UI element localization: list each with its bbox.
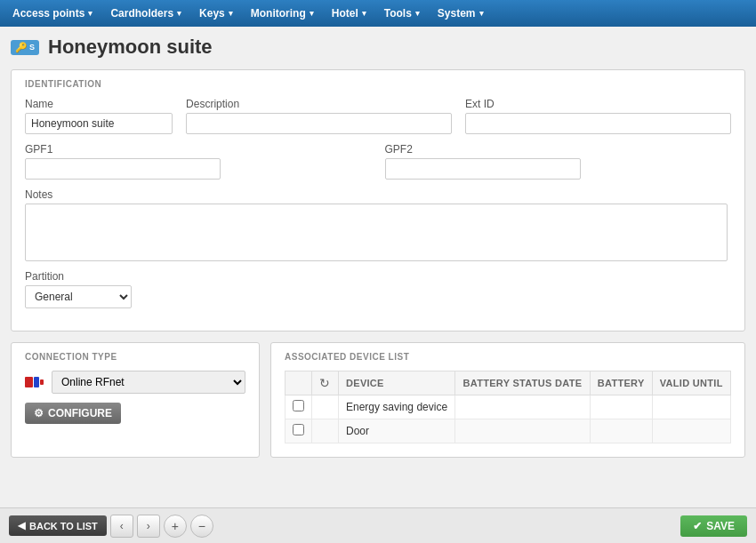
rfnet-icon <box>25 375 44 389</box>
id-row-2: GPF1 GPF2 <box>25 143 731 180</box>
partition-select[interactable]: General <box>25 285 132 308</box>
bottom-panels: CONNECTION TYPE Online RFnet ⚙ CONFIGURE <box>11 342 745 468</box>
gear-icon: ⚙ <box>34 407 44 419</box>
device-table: ↻ DEVICE BATTERY STATUS DATE BATTERY VAL… <box>285 371 731 443</box>
page-title-area: 🔑 S Honeymoon suite <box>11 36 745 59</box>
nav-system[interactable]: System ▾ <box>429 0 493 27</box>
nav-label: Hotel <box>332 7 358 20</box>
gpf1-group: GPF1 <box>25 143 372 180</box>
plus-icon: + <box>172 519 179 533</box>
name-input[interactable] <box>25 113 173 134</box>
connection-type-select[interactable]: Online RFnet <box>52 371 245 394</box>
th-valid-until: VALID UNTIL <box>652 371 730 395</box>
description-group: Description <box>186 98 452 134</box>
page-icon: 🔑 S <box>11 40 39 55</box>
save-label: SAVE <box>706 520 735 532</box>
identification-label: IDENTIFICATION <box>25 79 731 89</box>
th-battery-status-date: BATTERY STATUS DATE <box>455 371 590 395</box>
gpf1-label: GPF1 <box>25 143 372 156</box>
chevron-down-icon: ▾ <box>177 9 181 18</box>
name-label: Name <box>25 98 173 110</box>
nav-hotel[interactable]: Hotel ▾ <box>323 0 375 27</box>
partition-group: Partition General <box>25 270 132 308</box>
refresh-button[interactable]: ↻ <box>319 376 330 390</box>
prev-button[interactable]: ‹ <box>110 515 133 538</box>
chevron-down-icon: ▾ <box>479 9 484 18</box>
back-to-list-button[interactable]: ◀ BACK TO LIST <box>9 515 107 536</box>
arrow-left-icon: ◀ <box>18 520 25 531</box>
row2-valid-until <box>652 419 730 443</box>
row1-valid-until <box>652 395 730 419</box>
table-row: Energy saving device <box>286 395 731 419</box>
id-row-3: Notes <box>25 188 731 261</box>
gpf2-label: GPF2 <box>385 143 732 156</box>
extid-group: Ext ID <box>465 98 731 134</box>
row2-icon-cell <box>312 419 339 443</box>
connection-type-label: CONNECTION TYPE <box>25 352 245 362</box>
save-button[interactable]: ✔ SAVE <box>680 515 747 537</box>
row2-device: Door <box>339 419 455 443</box>
table-row: Door <box>286 419 731 443</box>
connection-type-panel: CONNECTION TYPE Online RFnet ⚙ CONFIGURE <box>11 342 260 458</box>
notes-label: Notes <box>25 188 731 201</box>
footer-bar: ◀ BACK TO LIST ‹ › + − ✔ SAVE <box>0 507 756 543</box>
chevron-down-icon: ▾ <box>362 9 366 18</box>
page-icon-symbol: 🔑 <box>15 42 28 53</box>
chevron-down-icon: ▾ <box>310 9 314 18</box>
nav-label: Monitoring <box>251 7 306 20</box>
row1-checkbox[interactable] <box>293 400 304 411</box>
add-button[interactable]: + <box>164 515 187 538</box>
minus-icon: − <box>198 519 205 533</box>
configure-label: CONFIGURE <box>48 407 112 419</box>
nav-label: System <box>438 7 476 20</box>
th-battery: BATTERY <box>590 371 652 395</box>
nav-label: Keys <box>199 7 225 20</box>
row2-battery <box>590 419 652 443</box>
row2-battery-status-date <box>455 419 590 443</box>
extid-input[interactable] <box>465 113 731 134</box>
row1-check-cell <box>286 395 312 419</box>
description-input[interactable] <box>186 113 452 134</box>
nav-tools[interactable]: Tools ▾ <box>375 0 429 27</box>
row1-battery-status-date <box>455 395 590 419</box>
id-row-1: Name Description Ext ID <box>25 98 731 134</box>
row2-check-cell <box>286 419 312 443</box>
svg-rect-0 <box>25 377 33 387</box>
row1-icon-cell <box>312 395 339 419</box>
chevron-down-icon: ▾ <box>88 9 92 18</box>
delete-button[interactable]: − <box>190 515 213 538</box>
notes-group: Notes <box>25 188 731 261</box>
nav-label: Cardholders <box>110 7 173 20</box>
notes-textarea[interactable] <box>25 204 728 261</box>
name-group: Name <box>25 98 173 134</box>
row1-battery <box>590 395 652 419</box>
nav-keys[interactable]: Keys ▾ <box>190 0 242 27</box>
row2-checkbox[interactable] <box>293 424 304 435</box>
svg-rect-1 <box>34 377 39 387</box>
chevron-left-icon: ‹ <box>120 520 124 532</box>
nav-access-points[interactable]: Access points ▾ <box>4 0 101 27</box>
next-button[interactable]: › <box>137 515 160 538</box>
device-table-header-row: ↻ DEVICE BATTERY STATUS DATE BATTERY VAL… <box>286 371 731 395</box>
page-title: Honeymoon suite <box>48 36 213 59</box>
partition-label: Partition <box>25 270 132 283</box>
th-checkbox <box>286 371 312 395</box>
extid-label: Ext ID <box>465 98 731 110</box>
chevron-right-icon: › <box>147 520 150 532</box>
device-list-label: ASSOCIATED DEVICE LIST <box>285 352 731 362</box>
th-refresh: ↻ <box>312 371 339 395</box>
nav-monitoring[interactable]: Monitoring ▾ <box>242 0 323 27</box>
conn-type-row: Online RFnet <box>25 371 245 394</box>
nav-label: Tools <box>384 7 412 20</box>
chevron-down-icon: ▾ <box>415 9 420 18</box>
gpf2-input[interactable] <box>385 158 581 180</box>
description-label: Description <box>186 98 452 110</box>
configure-button[interactable]: ⚙ CONFIGURE <box>25 403 121 424</box>
device-list-panel: ASSOCIATED DEVICE LIST ↻ DEVICE BATTERY … <box>270 342 745 458</box>
nav-cardholders[interactable]: Cardholders ▾ <box>101 0 190 27</box>
page-content: 🔑 S Honeymoon suite IDENTIFICATION Name … <box>0 27 756 507</box>
gpf1-input[interactable] <box>25 158 221 180</box>
chevron-down-icon: ▾ <box>229 9 233 18</box>
navbar: Access points ▾ Cardholders ▾ Keys ▾ Mon… <box>0 0 756 27</box>
gpf2-group: GPF2 <box>385 143 732 180</box>
